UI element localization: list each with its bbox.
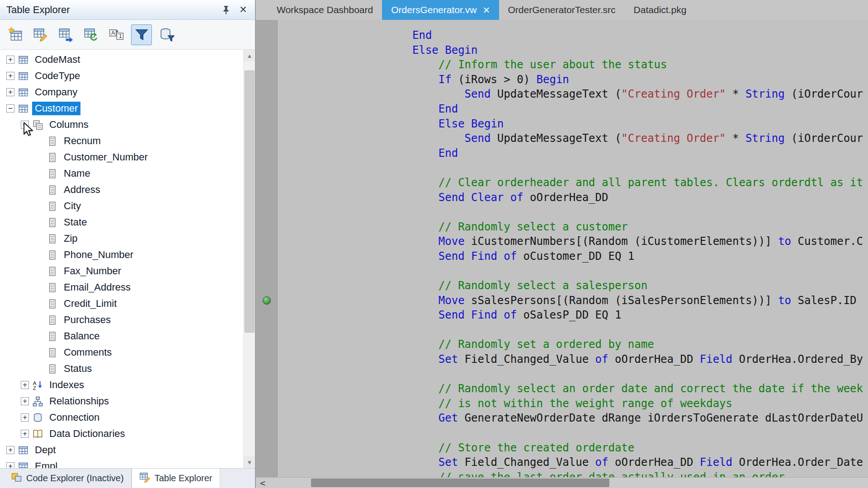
editor-hscrollbar-thumb[interactable] bbox=[311, 479, 609, 487]
editor-tab-ordersgenerator-vw[interactable]: OrdersGenerator.vw× bbox=[382, 0, 499, 20]
tree-item-columns[interactable]: −Columns bbox=[0, 117, 255, 133]
edit-table-button[interactable] bbox=[30, 24, 51, 45]
code-token: iCustomerNumbers[(Random (iCustomerEleme… bbox=[465, 235, 778, 248]
code-indent bbox=[282, 221, 439, 233]
tree-item-label: CodeMast bbox=[32, 53, 83, 66]
tree-item-fax-number[interactable]: Fax_Number bbox=[0, 263, 255, 279]
panel-tab-table-explorer[interactable]: Table Explorer bbox=[132, 469, 220, 488]
editor-tab-label: OrderGeneratorTester.src bbox=[508, 5, 616, 15]
expand-plus-toggle[interactable]: + bbox=[6, 88, 14, 96]
editor-area: Workspace DashboardOrdersGenerator.vw×Or… bbox=[256, 0, 868, 488]
column-icon bbox=[47, 315, 57, 325]
tree-item-label: Indexes bbox=[47, 378, 87, 392]
panel-tab-code-explorer-inactive[interactable]: Code Explorer (Inactive) bbox=[4, 469, 132, 488]
expand-plus-toggle[interactable]: + bbox=[21, 397, 29, 405]
tree-item-customer[interactable]: −Customer bbox=[0, 100, 255, 117]
scroll-up-icon[interactable]: ▲ bbox=[244, 50, 255, 61]
code-indent bbox=[282, 397, 439, 410]
editor-tab-bar: Workspace DashboardOrdersGenerator.vw×Or… bbox=[256, 0, 868, 20]
expand-plus-toggle[interactable]: + bbox=[21, 430, 29, 438]
tree-item-purchases[interactable]: Purchases bbox=[0, 312, 255, 328]
code-token: "Creating Order" bbox=[621, 132, 726, 145]
tree-item-status[interactable]: Status bbox=[0, 361, 255, 377]
tree-item-recnum[interactable]: Recnum bbox=[0, 133, 255, 149]
breakpoint-icon[interactable] bbox=[263, 296, 271, 305]
pin-icon[interactable] bbox=[219, 3, 233, 17]
editor-tab-workspace-dashboard[interactable]: Workspace Dashboard bbox=[268, 0, 382, 20]
tree-item-empl[interactable]: +Empl bbox=[0, 458, 255, 468]
expand-spacer bbox=[35, 365, 43, 373]
expand-plus-toggle[interactable]: + bbox=[6, 56, 14, 64]
tree-item-credit-limit[interactable]: Credit_Limit bbox=[0, 296, 255, 312]
tab-close-icon[interactable]: × bbox=[483, 4, 490, 16]
scroll-left-icon[interactable]: < bbox=[256, 478, 269, 488]
expand-plus-toggle[interactable]: + bbox=[6, 446, 14, 454]
expand-plus-toggle[interactable]: + bbox=[21, 413, 29, 422]
rename-table-button[interactable]: A1 bbox=[106, 24, 127, 45]
indexes-icon: AZ bbox=[33, 380, 43, 390]
new-table-button[interactable] bbox=[5, 24, 25, 45]
tree-item-dept[interactable]: +Dept bbox=[0, 442, 255, 458]
tree-scrollbar[interactable]: ▲ ▼ bbox=[243, 50, 255, 468]
expand-plus-toggle[interactable]: + bbox=[6, 72, 14, 80]
table-icon bbox=[18, 445, 28, 455]
code-line bbox=[282, 205, 868, 220]
tree-item-city[interactable]: City bbox=[0, 198, 255, 214]
code-line: Else Begin bbox=[282, 117, 868, 131]
tree-item-customer-number[interactable]: Customer_Number bbox=[0, 149, 255, 165]
tree-item-state[interactable]: State bbox=[0, 214, 255, 230]
tree-item-phone-number[interactable]: Phone_Number bbox=[0, 247, 255, 263]
tree-item-indexes[interactable]: +AZIndexes bbox=[0, 377, 255, 393]
code-token: Else Begin bbox=[439, 117, 504, 130]
editor-hscrollbar[interactable]: < bbox=[256, 477, 868, 488]
tree-item-zip[interactable]: Zip bbox=[0, 230, 255, 247]
tree-item-codetype[interactable]: +CodeType bbox=[0, 68, 255, 84]
editor-gutter[interactable] bbox=[256, 20, 278, 477]
svg-text:A: A bbox=[33, 380, 37, 385]
code-line: Set Field_Changed_Value of oOrderHea_DD … bbox=[282, 352, 868, 367]
tree-item-comments[interactable]: Comments bbox=[0, 344, 255, 361]
collapse-minus-toggle[interactable]: − bbox=[6, 104, 14, 113]
tree-scrollbar-thumb[interactable] bbox=[245, 70, 255, 333]
table-icon bbox=[18, 71, 28, 81]
tree-item-balance[interactable]: Balance bbox=[0, 328, 255, 344]
code-token: OrderHea.Ordered_By bbox=[732, 353, 863, 366]
table-icon bbox=[18, 55, 28, 65]
code-token: // Randomly set a ordered by name bbox=[439, 338, 654, 351]
editor-tab-ordergeneratortester-src[interactable]: OrderGeneratorTester.src bbox=[499, 0, 625, 20]
refresh-table-button[interactable] bbox=[80, 24, 101, 45]
editor-tab-datadict-pkg[interactable]: Datadict.pkg bbox=[625, 0, 696, 20]
column-icon bbox=[47, 299, 57, 309]
tree-item-relationships[interactable]: +Relationships bbox=[0, 393, 255, 409]
column-icon bbox=[47, 136, 57, 146]
code-line: // Clear orderheader and all parent tabl… bbox=[282, 175, 868, 190]
code-lines[interactable]: End Else Begin // Inform the user about … bbox=[278, 20, 868, 477]
code-indent bbox=[282, 117, 439, 130]
tree-item-codemast[interactable]: +CodeMast bbox=[0, 52, 255, 68]
tree-item-label: Credit_Limit bbox=[61, 297, 119, 310]
code-token: Send Find of bbox=[439, 250, 517, 263]
tree-item-company[interactable]: +Company bbox=[0, 84, 255, 100]
scroll-down-icon[interactable]: ▼ bbox=[244, 456, 255, 468]
close-icon[interactable]: × bbox=[236, 3, 250, 17]
tree-item-email-address[interactable]: Email_Address bbox=[0, 279, 255, 296]
column-icon bbox=[47, 347, 57, 358]
expand-plus-toggle[interactable]: + bbox=[6, 462, 14, 468]
expand-plus-toggle[interactable]: + bbox=[21, 381, 29, 389]
open-table-button[interactable] bbox=[55, 24, 76, 45]
database-filter-button[interactable] bbox=[156, 24, 177, 45]
expand-spacer bbox=[35, 202, 43, 210]
tree-item-connection[interactable]: +Connection bbox=[0, 409, 255, 426]
code-token: // Randomly select a customer bbox=[439, 221, 628, 233]
tree-item-address[interactable]: Address bbox=[0, 182, 255, 198]
code-token: String bbox=[745, 88, 785, 100]
code-indent bbox=[282, 250, 439, 263]
code-token: // Randomly select a salesperson bbox=[439, 279, 647, 292]
code-editor[interactable]: End Else Begin // Inform the user about … bbox=[256, 20, 868, 477]
tree-item-data-dictionaries[interactable]: +Data Dictionaries bbox=[0, 426, 255, 442]
code-token: * bbox=[726, 132, 745, 145]
tree-item-name[interactable]: Name bbox=[0, 165, 255, 182]
code-indent bbox=[282, 176, 439, 189]
filter-button[interactable] bbox=[131, 24, 152, 45]
code-token: Customer.C bbox=[791, 235, 863, 248]
